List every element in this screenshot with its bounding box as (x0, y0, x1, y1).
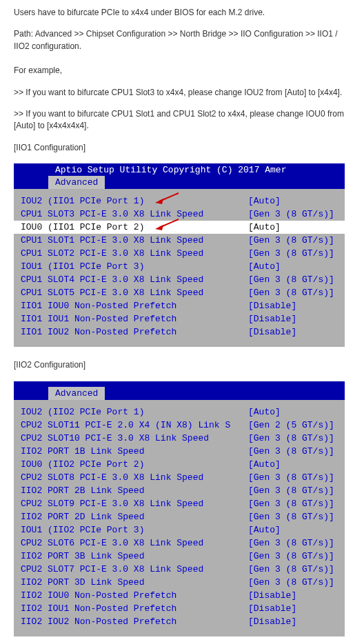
setting-value[interactable]: [Gen 3 (8 GT/s)] (248, 497, 334, 510)
setting-value[interactable]: [Disable] (248, 325, 296, 339)
bios-setting-row[interactable]: CPU1 SLOT3 PCI-E 3.0 X8 Link Speed[Gen 3… (14, 208, 345, 221)
setting-value[interactable]: [Gen 3 (8 GT/s)] (248, 247, 334, 260)
setting-value[interactable]: [Auto] (248, 194, 281, 208)
setting-value[interactable]: [Gen 3 (8 GT/s)] (248, 286, 334, 299)
bios-setting-row[interactable]: CPU2 SLOT9 PCI-E 3.0 X8 Link Speed[Gen 3… (14, 497, 345, 510)
bios-tabbar: Advanced (14, 176, 345, 189)
bios-setting-row[interactable]: IIO2 PORT 2D Link Speed[Gen 3 (8 GT/s)] (14, 510, 345, 523)
intro-text-2: Path: Advanced >> Chipset Configuration … (14, 28, 350, 52)
bios-setting-row[interactable]: IOU0 (IIO2 PCIe Port 2)[Auto] (14, 458, 345, 471)
setting-value[interactable]: [Gen 2 (5 GT/s)] (248, 419, 334, 432)
bios-setting-row[interactable]: CPU2 SLOT8 PCI-E 3.0 X8 Link Speed[Gen 3… (14, 471, 345, 484)
bios-titlebar: Aptio Setup Utility Copyright (C) 2017 A… (14, 163, 345, 176)
intro-text-5: >> If you want to bifurcate CPU1 Slot1 a… (14, 108, 350, 132)
bios-setting-row[interactable]: IIO2 IOU1 Non-Posted Prefetch[Disable] (14, 602, 345, 615)
setting-value[interactable]: [Gen 3 (8 GT/s)] (248, 550, 334, 563)
bios-setting-row[interactable]: IIO1 IOU2 Non-Posted Prefetch[Disable] (14, 325, 345, 339)
bios-screenshot-iio2: Advanced IOU2 (IIO2 PCIe Port 1)[Auto]CP… (14, 381, 345, 636)
bios-setting-row[interactable]: CPU2 SLOT10 PCI-E 3.0 X8 Link Speed[Gen … (14, 432, 345, 445)
tab-advanced[interactable]: Advanced (48, 176, 105, 189)
bios-setting-row[interactable]: IOU2 (IIO1 PCIe Port 1)[Auto] (14, 194, 345, 208)
setting-value[interactable]: [Disable] (248, 299, 296, 312)
bios-setting-row[interactable]: CPU2 SLOT7 PCI-E 3.0 X8 Link Speed[Gen 3… (14, 563, 345, 576)
bios-setting-row[interactable]: CPU1 SLOT2 PCI-E 3.0 X8 Link Speed[Gen 3… (14, 247, 345, 260)
setting-label: CPU2 SLOT11 PCI-E 2.0 X4 (IN X8) Link S (21, 419, 248, 432)
setting-value[interactable]: [Disable] (248, 589, 296, 602)
setting-value[interactable]: [Auto] (248, 458, 281, 471)
setting-value[interactable]: [Disable] (248, 312, 296, 325)
bios-screenshot-iio1: Aptio Setup Utility Copyright (C) 2017 A… (14, 163, 345, 347)
setting-value[interactable]: [Gen 3 (8 GT/s)] (248, 273, 334, 286)
document-body: Users have to bifurcate PCIe to x4x4 und… (0, 0, 364, 642)
bios-setting-row[interactable]: IOU0 (IIO1 PCIe Port 2)[Auto] (14, 221, 345, 234)
setting-value[interactable]: [Disable] (248, 615, 296, 628)
setting-value[interactable]: [Gen 3 (8 GT/s)] (248, 536, 334, 550)
bios-setting-row[interactable]: IIO2 PORT 2B Link Speed[Gen 3 (8 GT/s)] (14, 484, 345, 497)
setting-value[interactable]: [Auto] (248, 405, 281, 419)
bios-setting-row[interactable]: CPU2 SLOT11 PCI-E 2.0 X4 (IN X8) Link S[… (14, 419, 345, 432)
setting-label: IIO2 IOU2 Non-Posted Prefetch (21, 615, 248, 628)
bios-setting-row[interactable]: IIO1 IOU1 Non-Posted Prefetch[Disable] (14, 312, 345, 325)
bios-setting-row[interactable]: IIO1 IOU0 Non-Posted Prefetch[Disable] (14, 299, 345, 312)
setting-label: CPU1 SLOT1 PCI-E 3.0 X8 Link Speed (21, 234, 248, 247)
setting-value[interactable]: [Gen 3 (8 GT/s)] (248, 563, 334, 576)
bios-setting-row[interactable]: IOU1 (IIO2 PCIe Port 3)[Auto] (14, 523, 345, 536)
setting-label: IOU2 (IIO2 PCIe Port 1) (21, 405, 248, 419)
bios-setting-row[interactable]: IOU2 (IIO2 PCIe Port 1)[Auto] (14, 405, 345, 419)
setting-label: CPU2 SLOT10 PCI-E 3.0 X8 Link Speed (21, 432, 248, 445)
setting-label: IIO2 PORT 1B Link Speed (21, 445, 248, 458)
setting-label: CPU2 SLOT7 PCI-E 3.0 X8 Link Speed (21, 563, 248, 576)
setting-label: IIO2 IOU1 Non-Posted Prefetch (21, 602, 248, 615)
bios-setting-row[interactable]: IIO2 IOU2 Non-Posted Prefetch[Disable] (14, 615, 345, 628)
heading-iio1: [IIO1 Configuration] (14, 142, 350, 154)
setting-label: IIO2 PORT 2B Link Speed (21, 484, 248, 497)
setting-value[interactable]: [Gen 3 (8 GT/s)] (248, 484, 334, 497)
setting-label: CPU1 SLOT2 PCI-E 3.0 X8 Link Speed (21, 247, 248, 260)
setting-value[interactable]: [Gen 3 (8 GT/s)] (248, 208, 334, 221)
setting-value[interactable]: [Gen 3 (8 GT/s)] (248, 445, 334, 458)
setting-label: IIO1 IOU0 Non-Posted Prefetch (21, 299, 248, 312)
setting-label: IOU1 (IIO1 PCIe Port 3) (21, 260, 248, 273)
bios-tabbar: Advanced (14, 387, 345, 400)
bios-body-iio1: IOU2 (IIO1 PCIe Port 1)[Auto]CPU1 SLOT3 … (14, 189, 345, 347)
setting-value[interactable]: [Gen 3 (8 GT/s)] (248, 576, 334, 589)
setting-value[interactable]: [Gen 3 (8 GT/s)] (248, 471, 334, 484)
setting-label: IOU0 (IIO2 PCIe Port 2) (21, 458, 248, 471)
bios-setting-row[interactable]: CPU1 SLOT1 PCI-E 3.0 X8 Link Speed[Gen 3… (14, 234, 345, 247)
bios-setting-row[interactable]: IOU1 (IIO1 PCIe Port 3)[Auto] (14, 260, 345, 273)
setting-label: IIO2 PORT 2D Link Speed (21, 510, 248, 523)
bios-titlebar (14, 381, 345, 387)
setting-label: IIO1 IOU2 Non-Posted Prefetch (21, 325, 248, 339)
tab-advanced[interactable]: Advanced (48, 387, 105, 400)
setting-label: CPU2 SLOT9 PCI-E 3.0 X8 Link Speed (21, 497, 248, 510)
setting-label: IIO2 IOU0 Non-Posted Prefetch (21, 589, 248, 602)
setting-value[interactable]: [Gen 3 (8 GT/s)] (248, 510, 334, 523)
setting-value[interactable]: [Disable] (248, 602, 296, 615)
bios-setting-row[interactable]: IIO2 PORT 1B Link Speed[Gen 3 (8 GT/s)] (14, 445, 345, 458)
setting-label: IIO2 PORT 3B Link Speed (21, 550, 248, 563)
setting-value[interactable]: [Auto] (248, 260, 281, 273)
intro-text-4: >> If you want to bifurcate CPU1 Slot3 t… (14, 87, 350, 99)
intro-text-3: For example, (14, 65, 350, 77)
setting-value[interactable]: [Auto] (248, 221, 281, 234)
bios-setting-row[interactable]: IIO2 PORT 3D Link Speed[Gen 3 (8 GT/s)] (14, 576, 345, 589)
bios-setting-row[interactable]: IIO2 PORT 3B Link Speed[Gen 3 (8 GT/s)] (14, 550, 345, 563)
setting-value[interactable]: [Gen 3 (8 GT/s)] (248, 432, 334, 445)
bios-setting-row[interactable]: CPU2 SLOT6 PCI-E 3.0 X8 Link Speed[Gen 3… (14, 536, 345, 550)
setting-label: IOU2 (IIO1 PCIe Port 1) (21, 194, 248, 208)
setting-label: IIO2 PORT 3D Link Speed (21, 576, 248, 589)
bios-body-iio2: IOU2 (IIO2 PCIe Port 1)[Auto]CPU2 SLOT11… (14, 400, 345, 636)
bios-setting-row[interactable]: CPU1 SLOT5 PCI-E 3.0 X8 Link Speed[Gen 3… (14, 286, 345, 299)
setting-label: CPU1 SLOT3 PCI-E 3.0 X8 Link Speed (21, 208, 248, 221)
setting-value[interactable]: [Auto] (248, 523, 281, 536)
bios-setting-row[interactable]: IIO2 IOU0 Non-Posted Prefetch[Disable] (14, 589, 345, 602)
bios-setting-row[interactable]: CPU1 SLOT4 PCI-E 3.0 X8 Link Speed[Gen 3… (14, 273, 345, 286)
intro-text-1: Users have to bifurcate PCIe to x4x4 und… (14, 7, 350, 19)
setting-label: CPU1 SLOT4 PCI-E 3.0 X8 Link Speed (21, 273, 248, 286)
setting-value[interactable]: [Gen 3 (8 GT/s)] (248, 234, 334, 247)
setting-label: IIO1 IOU1 Non-Posted Prefetch (21, 312, 248, 325)
heading-iio2: [IIO2 Configuration] (14, 359, 350, 371)
setting-label: CPU2 SLOT8 PCI-E 3.0 X8 Link Speed (21, 471, 248, 484)
setting-label: CPU2 SLOT6 PCI-E 3.0 X8 Link Speed (21, 536, 248, 550)
setting-label: CPU1 SLOT5 PCI-E 3.0 X8 Link Speed (21, 286, 248, 299)
